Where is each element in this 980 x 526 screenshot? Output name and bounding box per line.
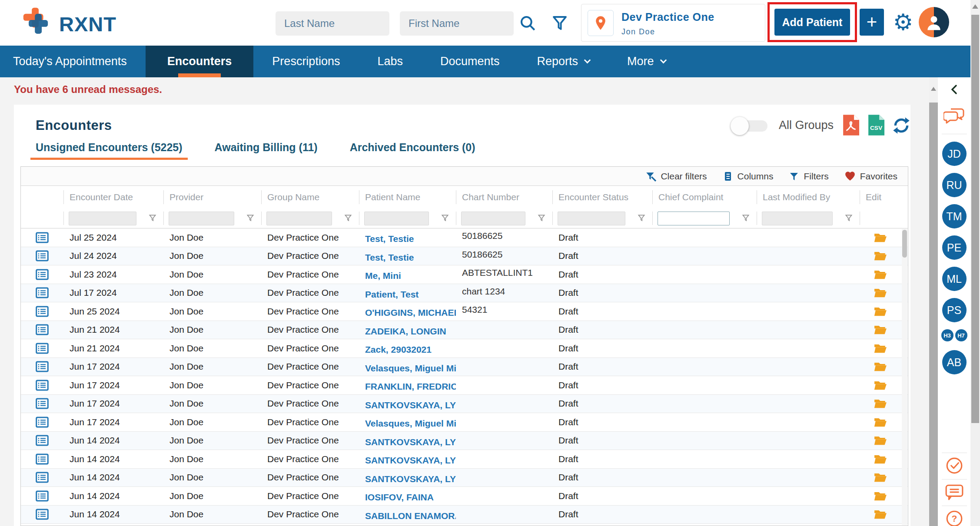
all-groups-toggle[interactable] xyxy=(732,120,767,132)
header-edit[interactable]: Edit xyxy=(860,186,901,208)
tab-unsigned-encounters[interactable]: Unsigned Encounters (5225) xyxy=(30,141,188,159)
edit-folder-icon[interactable] xyxy=(860,487,901,505)
patient-link[interactable]: SABILLON ENAMORAD xyxy=(359,506,456,524)
patient-link[interactable]: Zack, 29032021 xyxy=(359,339,456,357)
nav-more[interactable]: More xyxy=(608,46,684,77)
header-patient-name[interactable]: Patient Name xyxy=(359,186,456,208)
patient-link[interactable]: SANTKOVSKAYA, LYUB xyxy=(359,450,456,468)
edit-folder-icon[interactable] xyxy=(860,228,901,247)
patient-link[interactable]: O'HIGGINS, MICHAEL xyxy=(359,302,456,321)
nav-prescriptions[interactable]: Prescriptions xyxy=(253,46,359,77)
filter-menu-icon[interactable] xyxy=(440,213,450,224)
content-scrollbar-thumb[interactable] xyxy=(929,103,938,526)
encounter-details-icon[interactable] xyxy=(21,469,63,487)
edit-folder-icon[interactable] xyxy=(860,265,901,284)
refresh-icon[interactable] xyxy=(893,117,910,134)
edit-folder-icon[interactable] xyxy=(860,247,901,265)
filters-button[interactable]: Filters xyxy=(789,171,828,182)
edit-folder-icon[interactable] xyxy=(860,376,901,394)
edit-folder-icon[interactable] xyxy=(860,339,901,357)
filter-menu-icon[interactable] xyxy=(343,213,353,224)
edit-folder-icon[interactable] xyxy=(860,321,901,339)
encounter-details-icon[interactable] xyxy=(21,450,63,468)
filter-menu-icon[interactable] xyxy=(741,213,751,224)
scroll-up-arrow-icon[interactable] xyxy=(972,4,978,9)
filter-input-chief-complaint[interactable] xyxy=(658,212,730,225)
table-scrollbar-thumb[interactable] xyxy=(902,230,907,258)
filter-input-chart-number[interactable] xyxy=(461,212,525,225)
patient-link[interactable]: ZADEIKA, LONGIN xyxy=(359,321,456,339)
conversation-avatar[interactable]: TM xyxy=(942,204,967,228)
patient-link[interactable]: Velasques, Miguel Mik xyxy=(359,413,456,431)
encounter-details-icon[interactable] xyxy=(21,413,63,431)
nav-labs[interactable]: Labs xyxy=(359,46,422,77)
tab-awaiting-billing[interactable]: Awaiting Billing (11) xyxy=(209,141,323,159)
patient-link[interactable]: Test, Testie xyxy=(359,228,456,247)
header-provider[interactable]: Provider xyxy=(163,186,261,208)
patient-link[interactable]: SANTKOVSKAYA, LYUB xyxy=(359,395,456,413)
header-last-modified-by[interactable]: Last Modified By xyxy=(757,186,860,208)
header-encounter-status[interactable]: Encounter Status xyxy=(552,186,652,208)
clear-filters-button[interactable]: Clear filters xyxy=(645,171,707,182)
gear-icon[interactable]: ⚙ xyxy=(890,8,916,36)
patient-link[interactable]: IOSIFOV, FAINA xyxy=(359,487,456,505)
edit-folder-icon[interactable] xyxy=(860,432,901,450)
edit-folder-icon[interactable] xyxy=(860,395,901,413)
conversation-badge[interactable]: H7 xyxy=(955,329,967,341)
filter-input-encounter-date[interactable] xyxy=(69,212,136,225)
rxnt-logo[interactable]: RXNT xyxy=(23,7,116,41)
header-chart-number[interactable]: Chart Number xyxy=(456,186,552,208)
patient-link[interactable]: Me, Mini xyxy=(359,265,456,284)
search-icon[interactable] xyxy=(518,14,537,33)
encounter-details-icon[interactable] xyxy=(21,395,63,413)
last-name-input[interactable] xyxy=(276,11,389,36)
encounter-details-icon[interactable] xyxy=(21,265,63,284)
conversation-badge[interactable]: H3 xyxy=(941,329,953,341)
edit-folder-icon[interactable] xyxy=(860,450,901,468)
patient-link[interactable]: Test, Testie xyxy=(359,247,456,265)
encounter-details-icon[interactable] xyxy=(21,487,63,505)
filter-menu-icon[interactable] xyxy=(537,213,546,224)
conversation-avatar[interactable]: AB xyxy=(942,350,967,374)
encounter-details-icon[interactable] xyxy=(21,228,63,247)
conversation-avatar[interactable]: RU xyxy=(942,173,967,197)
page-scrollbar[interactable] xyxy=(970,0,980,526)
help-icon[interactable]: ? xyxy=(945,509,963,526)
patient-link[interactable]: Patient, Test xyxy=(359,284,456,302)
chat-bubbles-icon[interactable] xyxy=(943,107,965,127)
filter-input-provider[interactable] xyxy=(169,212,234,225)
header-chief-complaint[interactable]: Chief Complaint xyxy=(652,186,757,208)
edit-folder-icon[interactable] xyxy=(860,506,901,524)
filter-input-group-name[interactable] xyxy=(266,212,332,225)
header-group-name[interactable]: Group Name xyxy=(261,186,359,208)
edit-folder-icon[interactable] xyxy=(860,284,901,302)
patient-link[interactable]: SANTKOVSKAYA, LYUB xyxy=(359,469,456,487)
practice-selector[interactable]: Dev Practice One Jon Doe xyxy=(581,4,765,42)
encounter-details-icon[interactable] xyxy=(21,358,63,376)
filter-input-patient-name[interactable] xyxy=(364,212,429,225)
header-encounter-date[interactable]: Encounter Date xyxy=(63,186,163,208)
nav-encounters[interactable]: Encounters xyxy=(146,46,254,77)
encounter-details-icon[interactable] xyxy=(21,339,63,357)
filter-menu-icon[interactable] xyxy=(246,213,255,224)
table-scrollbar[interactable] xyxy=(902,229,907,525)
filter-input-last-modified-by[interactable] xyxy=(762,212,833,225)
tasks-check-icon[interactable] xyxy=(945,457,963,476)
filter-menu-icon[interactable] xyxy=(148,213,157,224)
nav-todays-appointments[interactable]: Today's Appointments xyxy=(0,46,146,77)
message-icon[interactable] xyxy=(945,483,964,502)
conversation-avatar[interactable]: PE xyxy=(942,235,967,260)
encounter-details-icon[interactable] xyxy=(21,284,63,302)
edit-folder-icon[interactable] xyxy=(860,302,901,321)
tab-archived-encounters[interactable]: Archived Encounters (0) xyxy=(345,141,481,159)
conversation-avatar[interactable]: PS xyxy=(942,298,967,322)
first-name-input[interactable] xyxy=(400,11,514,36)
filter-input-encounter-status[interactable] xyxy=(558,212,625,225)
encounter-details-icon[interactable] xyxy=(21,321,63,339)
filter-icon[interactable] xyxy=(550,14,569,33)
nav-reports[interactable]: Reports xyxy=(518,46,609,77)
edit-folder-icon[interactable] xyxy=(860,358,901,376)
filter-menu-icon[interactable] xyxy=(637,213,646,224)
edit-folder-icon[interactable] xyxy=(860,469,901,487)
patient-link[interactable]: SANTKOVSKAYA, LYUB xyxy=(359,432,456,450)
